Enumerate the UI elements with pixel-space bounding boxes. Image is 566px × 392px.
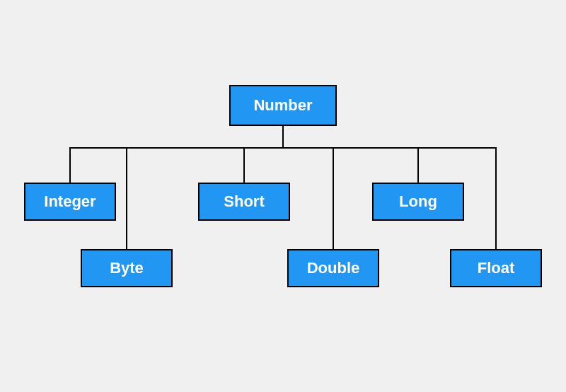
connector-drop-integer	[69, 147, 71, 183]
connector-drop-short	[243, 147, 245, 183]
node-byte-label: Byte	[110, 259, 144, 277]
node-integer: Integer	[24, 183, 116, 221]
node-long: Long	[372, 183, 464, 221]
connector-drop-long	[417, 147, 419, 183]
node-long-label: Long	[399, 192, 437, 211]
connector-drop-byte	[126, 147, 127, 249]
node-integer-label: Integer	[44, 192, 96, 211]
node-byte: Byte	[81, 249, 173, 287]
node-short-label: Short	[224, 192, 264, 211]
node-short: Short	[198, 183, 290, 221]
node-double-label: Double	[307, 259, 360, 277]
node-number: Number	[229, 85, 337, 126]
node-float-label: Float	[478, 259, 515, 277]
diagram-canvas: Number Integer Short Long Byte Double Fl…	[0, 0, 566, 392]
node-number-label: Number	[253, 96, 312, 115]
connector-bus	[69, 147, 497, 149]
connector-root-stem	[282, 126, 284, 147]
node-double: Double	[287, 249, 379, 287]
connector-drop-double	[333, 147, 334, 249]
node-float: Float	[450, 249, 542, 287]
connector-drop-float	[495, 147, 497, 249]
